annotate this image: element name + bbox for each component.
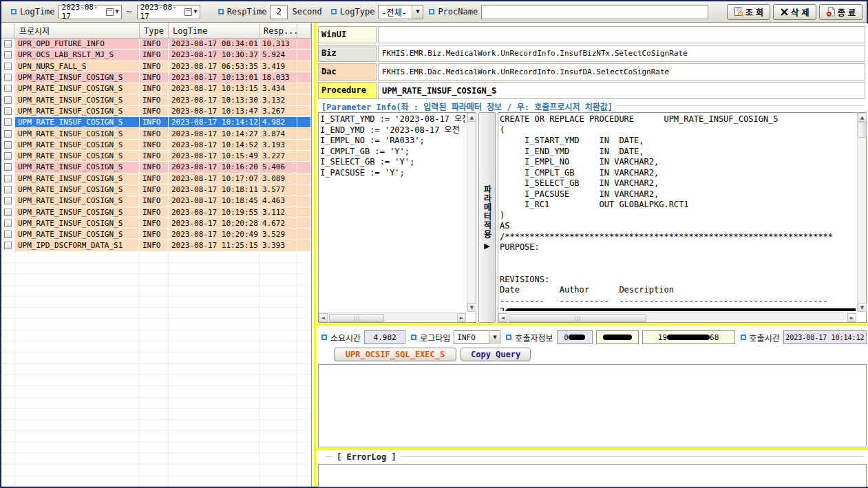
logtype-field-select[interactable]: INFO ▼ xyxy=(454,330,500,344)
row-checkbox[interactable] xyxy=(4,163,12,171)
row-checkbox[interactable] xyxy=(4,74,12,81)
table-row[interactable]: UPM_RATE_INSUF_COSIGN_SINFO2023-08-17 10… xyxy=(1,128,311,139)
log-table-header: 프로시저 Type LogTime Resp... xyxy=(1,23,311,39)
search-button-label: 조 회 xyxy=(745,6,763,18)
header-checkbox-col xyxy=(1,23,15,38)
table-row[interactable]: UPM_RATE_INSUF_COSIGN_SINFO2023-08-17 10… xyxy=(1,72,311,83)
procname-input[interactable] xyxy=(481,5,708,19)
scroll-down-icon[interactable]: ▼ xyxy=(467,303,476,312)
table-row[interactable]: UPM_RATE_INSUF_COSIGN_SINFO2023-08-17 10… xyxy=(1,151,311,162)
exit-button[interactable]: 종 료 xyxy=(819,4,862,20)
delete-button-label: 삭 제 xyxy=(791,6,809,18)
row-checkbox[interactable] xyxy=(4,51,12,59)
scroll-up-icon[interactable]: ▲ xyxy=(467,113,476,122)
divider xyxy=(401,456,864,458)
delete-button[interactable]: 삭 제 xyxy=(773,4,816,20)
empty-table-row xyxy=(1,398,311,409)
row-checkbox[interactable] xyxy=(4,175,12,182)
row-checkbox[interactable] xyxy=(4,63,12,70)
date-from-input[interactable]: 2023-08-17 ▼ xyxy=(59,5,122,19)
calendar-icon[interactable]: ▼ xyxy=(106,8,119,16)
parameter-input-text[interactable]: I_START_YMD := '2023-08-17 오전 12 I_END_Y… xyxy=(320,114,465,311)
scroll-up-icon[interactable]: ▲ xyxy=(858,113,867,122)
row-checkbox[interactable] xyxy=(4,220,12,227)
detail-field-value[interactable] xyxy=(378,26,865,43)
table-row[interactable]: UPN_NURS_FALL_SINFO2023-08-17 06:53:353.… xyxy=(1,61,311,72)
procedure-source-text[interactable]: CREATE OR REPLACE PROCEDURE UPM_RATE_INS… xyxy=(500,114,856,311)
row-checkbox[interactable] xyxy=(4,107,12,115)
copy-query-button[interactable]: Copy Query xyxy=(461,348,531,361)
exec-procedure-button[interactable]: UPR_OCSIF_SQL_EXEC_S xyxy=(334,348,456,361)
header-logtime[interactable]: LogTime xyxy=(169,23,260,38)
table-row[interactable]: UPM_RATE_INSUF_COSIGN_SINFO2023-08-17 10… xyxy=(1,229,311,240)
query-buttons: UPR_OCSIF_SQL_EXEC_S Copy Query xyxy=(334,348,531,362)
chevron-down-icon[interactable]: ▼ xyxy=(412,6,423,19)
empty-table-row xyxy=(1,364,311,375)
scroll-down-icon[interactable]: ▼ xyxy=(858,303,867,312)
calltime-value: 2023-08-17 10:14:12 xyxy=(783,330,867,344)
table-row[interactable]: UPM_RATE_INSUF_COSIGN_SINFO2023-08-17 10… xyxy=(1,184,311,195)
table-row[interactable]: UPR_OCS_LAB_RSLT_MJ_SINFO2023-08-17 10:3… xyxy=(1,50,311,61)
query-textarea[interactable] xyxy=(318,364,867,447)
calendar-icon[interactable]: ▼ xyxy=(184,8,198,16)
scrollbar-thumb[interactable] xyxy=(858,123,867,138)
scrollbar-thumb[interactable]: ||| xyxy=(329,314,384,322)
header-resp[interactable]: Resp... xyxy=(260,23,297,38)
date-to-input[interactable]: 2023-08-17 ▼ xyxy=(137,5,200,19)
scrollbar-thumb[interactable]: ||| xyxy=(509,314,646,322)
vertical-scrollbar[interactable]: ▲ ▼ xyxy=(467,113,476,312)
detail-field-value[interactable]: FKHIS.EMR.Biz.MedicalWork.UnRecordInfo.I… xyxy=(378,45,865,62)
row-checkbox[interactable] xyxy=(4,231,12,238)
header-type[interactable]: Type xyxy=(140,23,169,38)
row-checkbox[interactable] xyxy=(4,96,12,104)
detail-field-row: DacFKHIS.EMR.Dac.MedicalWork.UnRecordInf… xyxy=(318,63,865,81)
table-row[interactable]: UPM_RATE_INSUF_COSIGN_SINFO2023-08-17 10… xyxy=(1,173,311,184)
row-checkbox[interactable] xyxy=(4,186,12,193)
empty-table-row xyxy=(1,319,311,330)
divider xyxy=(326,456,332,458)
table-row[interactable]: UPM_RATE_INSUF_COSIGN_SINFO2023-08-17 10… xyxy=(1,83,311,94)
search-button[interactable]: 조 회 xyxy=(727,4,770,20)
table-row[interactable]: UPM_RATE_INSUF_COSIGN_SINFO2023-08-17 10… xyxy=(1,117,311,128)
vertical-scrollbar[interactable]: ▲ ▼ xyxy=(857,113,866,312)
row-checkbox[interactable] xyxy=(4,152,12,160)
empty-table-row xyxy=(1,308,311,319)
table-row[interactable]: UPM_IPD_DSCFORM_DATA_S1INFO2023-08-17 11… xyxy=(1,240,311,251)
table-row[interactable]: UPM_RATE_INSUF_COSIGN_SINFO2023-08-17 10… xyxy=(1,140,311,151)
resptime-input[interactable]: 2 xyxy=(270,5,288,19)
scroll-right-icon[interactable]: ► xyxy=(457,313,466,322)
empty-table-row xyxy=(1,263,311,274)
horizontal-scrollbar[interactable]: ◄ ||| ► xyxy=(319,312,466,322)
table-row[interactable]: UPM_RATE_INSUF_COSIGN_SINFO2023-08-17 10… xyxy=(1,195,311,206)
table-row[interactable]: UPM_RATE_INSUF_COSIGN_SINFO2023-08-17 10… xyxy=(1,206,311,218)
row-checkbox[interactable] xyxy=(4,118,12,126)
row-checkbox[interactable] xyxy=(4,130,12,138)
parameter-input-pane[interactable]: I_START_YMD := '2023-08-17 오전 12 I_END_Y… xyxy=(318,112,476,323)
empty-table-row xyxy=(1,386,311,397)
header-procedure[interactable]: 프로시저 xyxy=(15,23,140,38)
row-checkbox[interactable] xyxy=(4,85,12,92)
chevron-down-icon[interactable]: ▼ xyxy=(489,331,500,344)
elapsed-label: 소요시간 xyxy=(330,332,361,343)
horizontal-scrollbar[interactable]: ◄ ||| ► xyxy=(498,312,856,322)
detail-field-value[interactable]: FKHIS.EMR.Dac.MedicalWork.UnRecordInfo.I… xyxy=(378,63,865,81)
row-checkbox[interactable] xyxy=(4,209,12,216)
logtype-select[interactable]: -전체- ▼ xyxy=(378,5,423,19)
apply-parameter-button[interactable]: 파라메터적용 ▶ xyxy=(478,112,496,323)
row-checkbox[interactable] xyxy=(4,40,12,47)
table-row[interactable]: UPM_RATE_INSUF_COSIGN_SINFO2023-08-17 10… xyxy=(1,94,311,105)
table-row[interactable]: UPM_RATE_INSUF_COSIGN_SINFO2023-08-17 10… xyxy=(1,218,311,229)
table-row[interactable]: UPR_OPD_FUTURE_INFOINFO2023-08-17 08:34:… xyxy=(1,39,311,50)
errorlog-textarea[interactable] xyxy=(318,464,867,487)
row-checkbox[interactable] xyxy=(4,197,12,204)
caller-info-field: 0 xyxy=(557,330,593,344)
table-row[interactable]: UPM_RATE_INSUF_COSIGN_SINFO2023-08-17 10… xyxy=(1,106,311,117)
procedure-source-pane[interactable]: CREATE OR REPLACE PROCEDURE UPM_RATE_INS… xyxy=(498,112,867,323)
detail-field-value[interactable]: UPM_RATE_INSUF_COSIGN_S xyxy=(378,82,865,99)
row-checkbox[interactable] xyxy=(4,141,12,149)
scroll-right-icon[interactable]: ► xyxy=(847,313,856,322)
row-checkbox[interactable] xyxy=(4,242,12,249)
scroll-left-icon[interactable]: ◄ xyxy=(498,313,507,322)
table-row[interactable]: UPM_RATE_INSUF_COSIGN_SINFO2023-08-17 10… xyxy=(1,162,311,173)
scroll-left-icon[interactable]: ◄ xyxy=(319,313,328,322)
